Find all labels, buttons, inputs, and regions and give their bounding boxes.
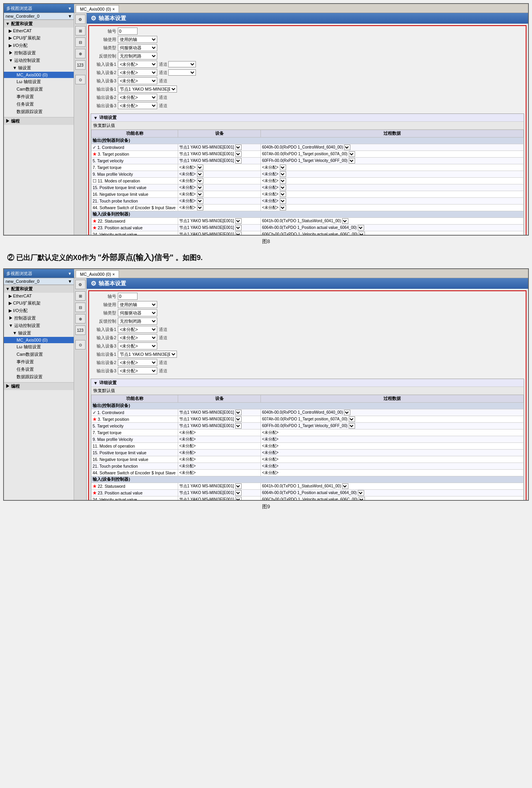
fig9-sidebar-axisgroup[interactable]: Lω 轴组设置: [4, 343, 74, 351]
sidebar-item-axis[interactable]: ▼ 轴设置: [4, 64, 74, 72]
fig9-select-input1[interactable]: <未分配>: [118, 326, 157, 333]
row-neglim-name: 16. Negative torque limit value: [91, 191, 178, 198]
form-row-output2: 输出设备2 <未分配> 通道: [92, 94, 523, 101]
toolbar-btn-2[interactable]: ⊞: [75, 26, 86, 35]
fig9-sidebar-io[interactable]: ▶ I/O分配: [4, 307, 74, 314]
main-content-pane: ⚙ 轴基本设置 轴号 轴使用 使用: [87, 13, 528, 235]
fig9-select-output1[interactable]: 节点1 YAKO MS-MINI3E[E001]: [118, 351, 177, 358]
fig9-left-sidebar: new_Controller_0 ▼ ▼ 配置和设置 ▶ EtherCAT ▶ …: [4, 278, 74, 500]
sidebar-item-ethercat[interactable]: ▶ EtherCAT: [4, 28, 74, 34]
row-controlword-name: ✓ 1. Controlword: [91, 144, 178, 151]
select-axis-type[interactable]: 伺服驱动器: [118, 44, 157, 51]
table-row: ✓ 1. Controlword 节点1 YAKO MS-MINI3E[E001…: [91, 144, 524, 151]
fig9-main-tab[interactable]: MC_Axis000 (0) ×: [76, 270, 119, 278]
fig9-toolbar-btn-1[interactable]: ⚙: [75, 280, 86, 289]
row-modes-device: <未分配> ▼: [178, 178, 261, 184]
row-targetvel-process: 60FFh-00.0(RxPDO 1_Target Velocity_60FF_…: [261, 158, 524, 164]
fig9-label-axis-type: 轴类型: [92, 310, 118, 316]
fig9-controller-selector[interactable]: new_Controller_0 ▼: [4, 278, 74, 285]
fig9-toolbar-btn-3[interactable]: ⊟: [75, 303, 86, 312]
fig9-toolbar-btn-5[interactable]: 123: [75, 325, 86, 335]
sidebar-item-motion[interactable]: ▼ 运动控制设置: [4, 57, 74, 64]
fig9-sidebar-trace[interactable]: 数据跟踪设置: [4, 373, 74, 381]
channel-label-2: 通道: [159, 70, 167, 76]
toolbar-btn-3[interactable]: ⊟: [75, 37, 86, 47]
row-targetpos-name: ★ 3. Target position: [91, 151, 178, 158]
input-axis-num[interactable]: [118, 28, 138, 35]
fig9-channel-label-2: 通道: [159, 335, 167, 341]
fig9-select-output3[interactable]: <未分配>: [118, 367, 157, 374]
fig9-sidebar-task[interactable]: 任务设置: [4, 366, 74, 373]
main-tab[interactable]: MC_Axis000 (0) ×: [76, 5, 119, 13]
fig9-input-axis-num[interactable]: [118, 293, 138, 300]
fig9-sidebar-event[interactable]: 事件设置: [4, 358, 74, 366]
row-targetvel-device: 节点1 YAKO MS-MINI3E[E001] ▼: [178, 158, 261, 164]
fig9-form-row-axis-use: 轴使用 使用的轴: [92, 301, 523, 308]
fig9-select-input2[interactable]: <未分配>: [118, 334, 157, 341]
fig9-label-input2: 输入设备2: [92, 335, 118, 341]
fig9-sidebar-controller[interactable]: ▶ 控制器设置: [4, 314, 74, 322]
controller-selector[interactable]: new_Controller_0 ▼: [4, 13, 74, 20]
sidebar-item-event[interactable]: 事件设置: [4, 93, 74, 100]
sidebar-item-cam[interactable]: Cam数据设置: [4, 85, 74, 93]
sidebar-item-trace[interactable]: 数据跟踪设置: [4, 108, 74, 115]
select-axis-use[interactable]: 使用的轴: [118, 36, 157, 43]
toolbar-btn-4[interactable]: ⊕: [75, 49, 86, 58]
fig9-caption: 图9: [3, 503, 529, 510]
fig9-sidebar-mcaxis[interactable]: MC_Axis000 (0): [4, 337, 74, 343]
fig9-toolbar-btn-6[interactable]: ⊙: [75, 340, 86, 349]
row-torque-device: <未分配> ▼: [178, 164, 261, 171]
fig9-toolbar-btn-2[interactable]: ⊞: [75, 291, 86, 301]
fig9-sidebar-cam[interactable]: Cam数据设置: [4, 351, 74, 358]
sidebar-item-io[interactable]: ▶ I/O分配: [4, 42, 74, 49]
fig9-table-section-input: 输入(设备到控制器): [91, 476, 524, 483]
row-posactual-name: ★ 23. Position actual value: [91, 225, 178, 231]
table-row: ★ 22. Statusword 节点1 YAKO MS-MINI3E[E001…: [91, 218, 524, 225]
fig9-label-feedback: 反馈控制: [92, 318, 118, 324]
fig9-select-feedback[interactable]: 无控制闭路: [118, 318, 157, 325]
fig9-select-input3[interactable]: <未分配>: [118, 342, 157, 349]
fig9-detail-header: ▼ 详细设置: [91, 379, 524, 387]
fig9-select-axis-type[interactable]: 伺服驱动器: [118, 309, 157, 316]
toolbar-btn-5[interactable]: 123: [75, 60, 86, 70]
select-input1[interactable]: <未分配>: [118, 61, 157, 68]
fig9-toolbar-btn-4[interactable]: ⊕: [75, 314, 86, 323]
sidebar-item-axisgroup[interactable]: Lω 轴组设置: [4, 78, 74, 85]
toolbar-btn-1[interactable]: ⚙: [75, 15, 86, 24]
panel-gear-icon: ⚙: [91, 15, 96, 22]
select-output1[interactable]: 节点1 YAKO MS-MINI3E[E001]: [118, 85, 177, 93]
table-row: 9. Max profile Velocity <未分配> ▼ <未分配> ▼: [91, 171, 524, 178]
select-input2[interactable]: <未分配>: [118, 69, 157, 76]
channel-label-3: 通道: [159, 78, 167, 84]
fig9-select-output2[interactable]: <未分配>: [118, 359, 157, 366]
row-touchprobe-name: 21. Touch probe function: [91, 198, 178, 204]
row-velactual-process: 606Ch-00.0(TxPDO 1_Velocity actual value…: [261, 231, 524, 235]
fig9-form-row-feedback: 反馈控制 无控制闭路: [92, 318, 523, 325]
fig9-col-header-process: 过程数据: [261, 395, 524, 403]
sidebar-item-controller[interactable]: ▶ 控制器设置: [4, 49, 74, 57]
row-swenc-device: <未分配> ▼: [178, 204, 261, 211]
fig8-form-box: 轴号 轴使用 使用的轴 轴类型 伺服驱动器: [88, 25, 526, 235]
channel-select-2[interactable]: [168, 69, 196, 76]
fig9-sidebar-axis[interactable]: ▼ 轴设置: [4, 329, 74, 337]
fig9-table-row: ★ 3. Target position 节点1 YAKO MS-MINI3E[…: [91, 416, 524, 423]
row-touchprobe-process: <未分配> ▼: [261, 198, 524, 204]
table-section-input: 输入(设备到控制器): [91, 211, 524, 218]
fig9-select-axis-use[interactable]: 使用的轴: [118, 301, 157, 308]
sidebar-item-task[interactable]: 任务设置: [4, 100, 74, 108]
select-feedback[interactable]: 无控制闭路: [118, 52, 157, 59]
fig9-sidebar-ethercat[interactable]: ▶ EtherCAT: [4, 293, 74, 299]
select-input3[interactable]: <未分配>: [118, 77, 157, 84]
select-output3[interactable]: <未分配>: [118, 102, 157, 109]
fig9-sidebar-tree: ▼ 配置和设置 ▶ EtherCAT ▶ CPU/扩展机架 ▶ I/O分配 ▶ …: [4, 285, 74, 498]
sidebar-item-mcaxis[interactable]: MC_Axis000 (0): [4, 72, 74, 78]
fig9-sidebar-cpu[interactable]: ▶ CPU/扩展机架: [4, 299, 74, 307]
toolbar-btn-6[interactable]: ⊙: [75, 75, 86, 84]
sidebar-item-cpu[interactable]: ▶ CPU/扩展机架: [4, 34, 74, 42]
fig9-sidebar-motion[interactable]: ▼ 运动控制设置: [4, 322, 74, 329]
fig9-col-header-name: 功能名称: [91, 395, 178, 403]
channel-select-1[interactable]: [168, 61, 196, 67]
panel-title: 轴基本设置: [99, 15, 126, 22]
fig9-section-output-label: 输出(控制器到设备): [91, 403, 524, 409]
select-output2[interactable]: <未分配>: [118, 94, 157, 101]
